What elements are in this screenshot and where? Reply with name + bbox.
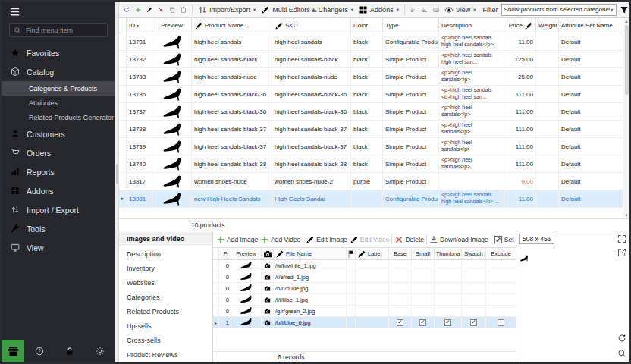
- product-row[interactable]: 13736high heel sandals-black-36high heel…: [119, 86, 623, 103]
- header-id[interactable]: ID ▾: [127, 18, 152, 33]
- tab-related-products[interactable]: Related Products: [119, 304, 212, 318]
- edit-image-button[interactable]: Edit Image: [306, 235, 347, 244]
- columns-icon[interactable]: [432, 5, 441, 14]
- sidebar-item-catalog[interactable]: Catalog: [2, 62, 115, 81]
- product-row[interactable]: 13731high heel sandalshigh heel sandalsb…: [119, 33, 623, 51]
- checkbox[interactable]: ✓: [444, 319, 451, 326]
- lock-icon[interactable]: [65, 347, 74, 356]
- tab-up-sells[interactable]: Up-sells: [119, 318, 212, 333]
- sidebar-item-related-products-generator[interactable]: Related Products Generator: [2, 110, 115, 124]
- add-image-button[interactable]: Add Image: [216, 235, 258, 244]
- rotate-icon[interactable]: [617, 334, 626, 343]
- header-file-name[interactable]: File Name: [274, 248, 347, 259]
- store-button[interactable]: [2, 340, 24, 362]
- delete-product-icon[interactable]: [156, 5, 165, 14]
- sidebar-item-categories-products[interactable]: Categories & Products: [2, 81, 115, 96]
- sidebar-item-customers[interactable]: Customers: [2, 124, 115, 143]
- add-video-button[interactable]: Add Video: [260, 235, 300, 244]
- filters-button[interactable]: Filters ▾: [617, 5, 629, 15]
- paste-icon[interactable]: [179, 5, 188, 14]
- sidebar-item-attributes[interactable]: Attributes: [2, 96, 115, 110]
- scroll-up-icon[interactable]: ▲: [624, 19, 629, 24]
- set-resize-rule-button[interactable]: Set Resize Rule: [494, 235, 516, 244]
- header-price[interactable]: Price: [504, 18, 536, 33]
- fullscreen-icon[interactable]: [617, 234, 626, 243]
- checkbox[interactable]: ✓: [419, 319, 426, 326]
- header-small[interactable]: Small: [412, 248, 435, 259]
- header-preview[interactable]: Preview: [231, 248, 262, 259]
- import-export-button[interactable]: Import/Export ▾: [196, 5, 258, 15]
- image-row[interactable]: 0/r/e/red_1.jpg: [213, 271, 516, 283]
- tab-categories[interactable]: Categories: [119, 290, 212, 304]
- image-row[interactable]: 0/n/u/nude.jpg: [213, 283, 516, 294]
- sidebar-item-tools[interactable]: Tools: [2, 219, 115, 238]
- tab-inventory[interactable]: Inventory: [119, 261, 212, 275]
- sidebar-item-favorites[interactable]: Favorites: [2, 43, 115, 62]
- image-row[interactable]: 0/g/r/green_2.jpg: [213, 306, 516, 317]
- product-row[interactable]: ▸13931new High Heels SandalsHigh Geels S…: [119, 190, 623, 208]
- checkbox-swatch: [462, 283, 486, 293]
- checkbox[interactable]: ✓: [397, 319, 403, 326]
- header-priority[interactable]: Pr: [219, 248, 231, 259]
- image-row[interactable]: 0/w/h/white_1.jpg: [213, 260, 516, 271]
- header-swatch[interactable]: Swatch: [462, 248, 486, 259]
- gear-icon[interactable]: [96, 347, 105, 356]
- menu-toggle-button[interactable]: [2, 2, 115, 21]
- menu-search[interactable]: [9, 23, 108, 37]
- sidebar-item-orders[interactable]: Orders: [2, 143, 115, 162]
- checkbox[interactable]: [498, 319, 504, 326]
- menu-search-input[interactable]: [24, 26, 103, 35]
- tab-cross-sells[interactable]: Cross-sells: [119, 333, 212, 347]
- sidebar-item-import-export[interactable]: Import / Export: [2, 200, 115, 219]
- header-sku[interactable]: SKU: [272, 18, 351, 33]
- tab-images-and-video[interactable]: Images and Video: [119, 232, 212, 246]
- product-row[interactable]: 13732high heel sandals-blackhigh heel sa…: [119, 51, 623, 68]
- header-camera[interactable]: [262, 248, 274, 259]
- checkbox[interactable]: ✓: [470, 319, 477, 326]
- header-description[interactable]: Description: [439, 18, 504, 33]
- product-row[interactable]: 13739high heel sandals-black-37high heel…: [119, 138, 623, 155]
- header-preview[interactable]: Preview: [152, 18, 192, 33]
- copy-icon[interactable]: [168, 5, 177, 14]
- multi-editors-button[interactable]: Multi Editors & Changers ▾: [259, 5, 356, 15]
- refresh-icon[interactable]: [122, 5, 131, 14]
- image-row[interactable]: 0/l/i/lilac_1.jpg: [213, 294, 516, 306]
- header-label[interactable]: Label: [356, 248, 389, 259]
- sort-ascending-icon[interactable]: [409, 5, 418, 14]
- category-filter-select[interactable]: Show products from selected categories ▾: [501, 4, 617, 16]
- vertical-scrollbar[interactable]: ▲ ▼: [623, 18, 629, 218]
- edit-product-icon[interactable]: [145, 5, 154, 14]
- addons-button[interactable]: Addons ▾: [356, 5, 401, 15]
- image-row[interactable]: ▸1/b/l/blue_6.jpg✓✓✓✓: [213, 317, 516, 328]
- sort-descending-icon[interactable]: [420, 5, 429, 14]
- delete-image-button[interactable]: Delete: [394, 235, 424, 244]
- product-row[interactable]: 13733high heel sandals-nudehigh heel san…: [119, 68, 623, 86]
- header-product-name[interactable]: Product Name: [192, 18, 272, 33]
- tab-websites[interactable]: Websites: [119, 275, 212, 290]
- header-weight[interactable]: Weight: [536, 18, 559, 33]
- header-exclude[interactable]: Exclude: [486, 248, 516, 259]
- product-row[interactable]: 13817women shoes-nudewomen shoes-nude-2p…: [119, 173, 623, 190]
- zoom-icon[interactable]: [617, 349, 626, 358]
- view-button[interactable]: View ▾: [442, 5, 479, 15]
- sidebar-item-view[interactable]: View: [2, 238, 115, 257]
- product-row[interactable]: 13737high heel sandals-black-36high heel…: [119, 103, 623, 121]
- product-row[interactable]: 13738high heel sandals-black-37high heel…: [119, 121, 623, 138]
- header-base[interactable]: Base: [389, 248, 412, 259]
- download-image-button[interactable]: Download Image: [429, 235, 488, 244]
- header-attribute-set[interactable]: Attribute Set Name: [559, 18, 623, 33]
- sidebar-item-addons[interactable]: Addons: [2, 181, 115, 200]
- header-thumbnail[interactable]: Thumbna: [435, 248, 462, 259]
- scrollbar-thumb[interactable]: [625, 25, 629, 95]
- header-color[interactable]: Color: [351, 18, 383, 33]
- sidebar-item-reports[interactable]: Reports: [2, 162, 115, 181]
- open-external-icon[interactable]: [617, 248, 626, 257]
- add-product-icon[interactable]: [133, 5, 143, 14]
- product-row[interactable]: 13740high heel sandals-black-38high heel…: [119, 155, 623, 173]
- tab-description[interactable]: Description: [119, 246, 212, 261]
- tab-product-reviews[interactable]: Product Reviews: [119, 347, 212, 362]
- help-icon[interactable]: [35, 347, 44, 356]
- header-flag[interactable]: [347, 248, 356, 259]
- header-type[interactable]: Type: [383, 18, 439, 33]
- scroll-down-icon[interactable]: ▼: [624, 213, 629, 218]
